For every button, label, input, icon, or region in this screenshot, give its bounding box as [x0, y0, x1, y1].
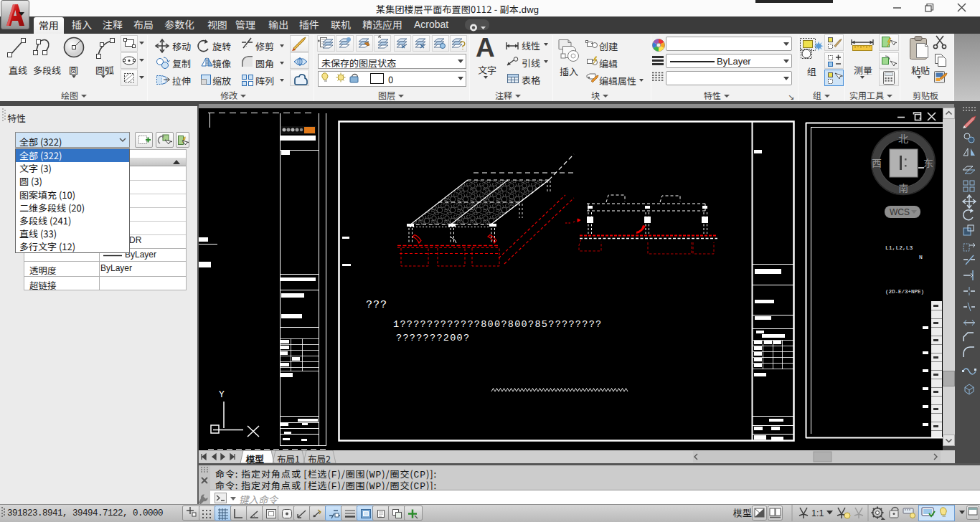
svg-text:N: N — [919, 254, 923, 260]
svg-text:1????????????800?800?85???????: 1????????????800?800?85???????? — [393, 319, 602, 330]
svg-text:???: ??? — [366, 299, 387, 311]
svg-text:1:1: 1:1 — [811, 508, 824, 518]
svg-text:???????200?: ???????200? — [396, 333, 470, 343]
svg-text:西: 西 — [872, 156, 882, 170]
svg-text:WCS: WCS — [890, 207, 910, 217]
svg-text:模型: 模型 — [732, 506, 752, 519]
svg-text:(2D-E/3+NPE): (2D-E/3+NPE) — [885, 289, 924, 295]
svg-text:Y: Y — [219, 389, 225, 400]
svg-text:南: 南 — [898, 181, 908, 195]
svg-text:东: 东 — [923, 156, 933, 170]
svg-text:L1,L2,L3: L1,L2,L3 — [885, 245, 913, 251]
svg-text:北: 北 — [898, 131, 908, 146]
